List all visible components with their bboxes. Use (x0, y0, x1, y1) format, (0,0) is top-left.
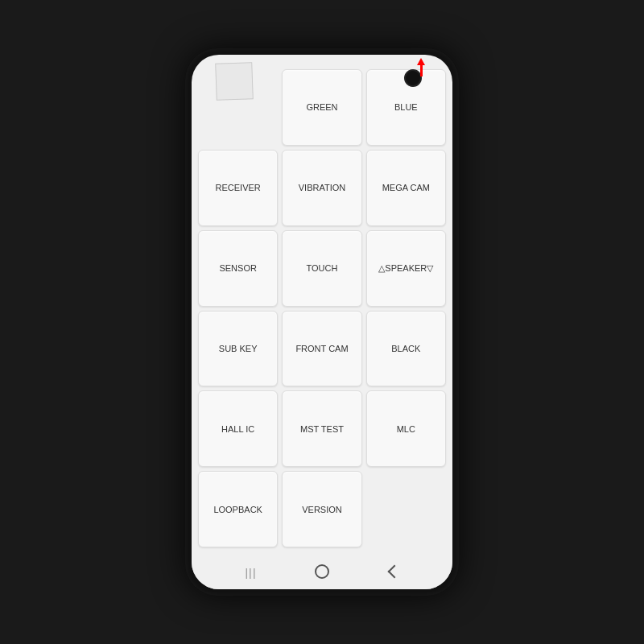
button-grid: GREENBLUERECEIVERVIBRATIONMEGA CAMSENSOR… (198, 69, 446, 547)
navigation-bar (192, 554, 452, 589)
grid-cell-5-2[interactable]: MST TEST (282, 390, 361, 467)
grid-cell-2-1[interactable]: RECEIVER (198, 150, 278, 226)
arrow-indicator (417, 58, 425, 76)
grid-cell-5-1[interactable]: HALL IC (198, 390, 278, 467)
label-sticker (215, 62, 254, 101)
screen-content: GREENBLUERECEIVERVIBRATIONMEGA CAMSENSOR… (192, 61, 452, 554)
grid-cell-6-1[interactable]: LOOPBACK (198, 471, 278, 547)
grid-cell-2-2[interactable]: VIBRATION (282, 150, 361, 226)
phone-screen: GREENBLUERECEIVERVIBRATIONMEGA CAMSENSOR… (192, 55, 452, 589)
grid-cell-3-2[interactable]: TOUCH (282, 230, 361, 307)
grid-cell-3-3[interactable]: △SPEAKER▽ (366, 230, 446, 307)
recent-apps-icon (246, 564, 257, 580)
grid-cell-4-3[interactable]: BLACK (366, 311, 446, 387)
home-button[interactable] (310, 559, 334, 584)
home-icon (315, 564, 329, 579)
grid-cell-1-2[interactable]: GREEN (282, 69, 361, 146)
back-icon (388, 565, 402, 579)
back-button[interactable] (381, 559, 405, 584)
arrow-shaft-icon (420, 65, 423, 76)
grid-cell-3-1[interactable]: SENSOR (198, 230, 278, 307)
grid-cell-6-2[interactable]: VERSION (282, 471, 361, 547)
grid-cell-2-3[interactable]: MEGA CAM (366, 150, 446, 226)
grid-cell-4-2[interactable]: FRONT CAM (282, 311, 361, 387)
grid-cell-5-3[interactable]: MLC (366, 390, 446, 467)
recent-apps-button[interactable] (239, 559, 263, 584)
grid-cell-6-3 (366, 471, 446, 547)
arrow-head-icon (417, 58, 425, 65)
grid-cell-4-1[interactable]: SUB KEY (198, 311, 278, 387)
phone-outer: GREENBLUERECEIVERVIBRATIONMEGA CAMSENSOR… (185, 48, 459, 596)
